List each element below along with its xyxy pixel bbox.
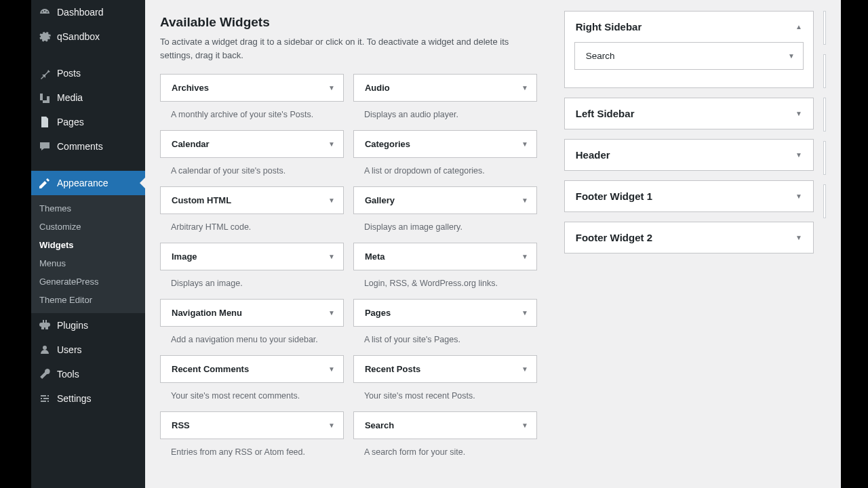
sidebar-item-label: Dashboard bbox=[57, 7, 104, 18]
sidebar-item-users[interactable]: Users bbox=[31, 338, 145, 362]
submenu-widgets[interactable]: Widgets bbox=[31, 236, 145, 254]
available-widget-box[interactable]: Custom HTML▼ bbox=[160, 186, 344, 214]
widget-area-peek[interactable] bbox=[823, 11, 826, 45]
widget-area-title: Left Sidebar bbox=[576, 108, 635, 119]
chevron-down-icon[interactable]: ▼ bbox=[788, 52, 795, 60]
widget-area: Footer Widget 2▼ bbox=[564, 222, 814, 253]
sidebar-item-media[interactable]: Media bbox=[31, 85, 145, 110]
chevron-down-icon[interactable]: ▼ bbox=[521, 84, 528, 92]
chevron-down-icon[interactable]: ▼ bbox=[328, 140, 335, 148]
chevron-down-icon[interactable]: ▼ bbox=[328, 422, 335, 429]
available-widget-desc: Displays an image gallery. bbox=[353, 214, 537, 243]
chevron-down-icon[interactable]: ▼ bbox=[521, 309, 528, 317]
chevron-down-icon[interactable]: ▼ bbox=[521, 140, 528, 148]
available-widgets-heading: Available Widgets bbox=[160, 15, 537, 30]
widget-area-peek[interactable] bbox=[823, 98, 826, 131]
available-widget-desc: Arbitrary HTML code. bbox=[160, 214, 344, 243]
widget-area: Footer Widget 1▼ bbox=[564, 180, 814, 212]
sidebar-item-comments[interactable]: Comments bbox=[31, 134, 145, 159]
sidebar-item-label: qSandbox bbox=[57, 31, 100, 42]
app-frame: Dashboard qSandbox Posts Media Pag bbox=[31, 0, 841, 488]
appearance-icon bbox=[38, 176, 52, 190]
available-widget-box[interactable]: Audio▼ bbox=[353, 74, 537, 102]
sidebar-item-settings[interactable]: Settings bbox=[31, 386, 145, 411]
available-widget-title: Meta bbox=[365, 251, 385, 262]
widget-area-peek[interactable] bbox=[823, 54, 826, 88]
available-widget-box[interactable]: Recent Comments▼ bbox=[160, 355, 344, 383]
gear-icon bbox=[38, 30, 52, 43]
available-widget-title: Image bbox=[172, 251, 197, 262]
available-widget-box[interactable]: Pages▼ bbox=[353, 299, 537, 327]
available-widget-title: Categories bbox=[365, 139, 410, 149]
available-widget: Search▼A search form for your site. bbox=[353, 411, 537, 468]
widget-area-peek[interactable] bbox=[823, 184, 826, 218]
chevron-down-icon[interactable]: ▼ bbox=[521, 422, 528, 429]
placed-widget[interactable]: Search▼ bbox=[574, 42, 804, 70]
sidebar-item-qsandbox[interactable]: qSandbox bbox=[31, 24, 145, 49]
sidebar-item-tools[interactable]: Tools bbox=[31, 362, 145, 386]
submenu-theme-editor[interactable]: Theme Editor bbox=[31, 291, 145, 309]
submenu-generatepress[interactable]: GeneratePress bbox=[31, 272, 145, 291]
chevron-down-icon[interactable]: ▼ bbox=[328, 253, 335, 260]
chevron-down-icon[interactable]: ▼ bbox=[328, 197, 335, 204]
available-widget-title: Archives bbox=[172, 83, 209, 93]
widget-area-header[interactable]: Footer Widget 2▼ bbox=[565, 222, 813, 253]
chevron-down-icon[interactable]: ▼ bbox=[328, 365, 335, 373]
available-widget-box[interactable]: Gallery▼ bbox=[353, 186, 537, 214]
chevron-down-icon[interactable]: ▼ bbox=[795, 110, 802, 117]
chevron-down-icon[interactable]: ▼ bbox=[521, 365, 528, 373]
chevron-down-icon[interactable]: ▼ bbox=[795, 234, 802, 241]
widget-area-header[interactable]: Right Sidebar▲ bbox=[565, 12, 813, 42]
available-widget: RSS▼Entries from any RSS or Atom feed. bbox=[160, 411, 344, 468]
chevron-down-icon[interactable]: ▼ bbox=[795, 192, 802, 200]
sidebar-item-plugins[interactable]: Plugins bbox=[31, 313, 145, 338]
available-widget-box[interactable]: Archives▼ bbox=[160, 74, 344, 102]
available-widget-title: Recent Comments bbox=[172, 364, 249, 374]
available-widget-box[interactable]: Search▼ bbox=[353, 411, 537, 439]
sidebar-item-dashboard[interactable]: Dashboard bbox=[31, 0, 145, 24]
letterbox-right bbox=[841, 0, 868, 488]
widget-area-peek[interactable] bbox=[823, 141, 826, 175]
available-widget-box[interactable]: Image▼ bbox=[160, 243, 344, 270]
available-widget-desc: Entries from any RSS or Atom feed. bbox=[160, 439, 344, 468]
available-widget-desc: A list of your site's Pages. bbox=[353, 327, 537, 355]
available-widget-desc: A search form for your site. bbox=[353, 439, 537, 468]
available-widget-desc: Login, RSS, & WordPress.org links. bbox=[353, 270, 537, 299]
chevron-down-icon[interactable]: ▼ bbox=[328, 84, 335, 92]
available-widget-box[interactable]: Meta▼ bbox=[353, 243, 537, 270]
submenu-themes[interactable]: Themes bbox=[31, 199, 145, 218]
sidebar-item-label: Tools bbox=[57, 369, 79, 380]
users-icon bbox=[38, 343, 52, 357]
submenu-customize[interactable]: Customize bbox=[31, 218, 145, 236]
sidebar-item-label: Comments bbox=[57, 141, 103, 152]
available-widget-box[interactable]: Calendar▼ bbox=[160, 130, 344, 158]
available-widget-desc: Displays an image. bbox=[160, 270, 344, 299]
available-widget: Pages▼A list of your site's Pages. bbox=[353, 299, 537, 355]
sidebar-item-pages[interactable]: Pages bbox=[31, 110, 145, 134]
widget-area-header[interactable]: Header▼ bbox=[565, 140, 813, 170]
available-widget-desc: A calendar of your site's posts. bbox=[160, 158, 344, 186]
widget-area-header[interactable]: Left Sidebar▼ bbox=[565, 98, 813, 129]
available-widget-box[interactable]: Categories▼ bbox=[353, 130, 537, 158]
sidebar-item-appearance[interactable]: Appearance bbox=[31, 171, 145, 195]
available-widget-box[interactable]: Navigation Menu▼ bbox=[160, 299, 344, 327]
available-widget: Meta▼Login, RSS, & WordPress.org links. bbox=[353, 243, 537, 299]
available-widget-title: RSS bbox=[172, 420, 190, 430]
available-widgets-column: Available Widgets To activate a widget d… bbox=[160, 0, 537, 488]
available-widget-box[interactable]: Recent Posts▼ bbox=[353, 355, 537, 383]
chevron-down-icon[interactable]: ▼ bbox=[521, 253, 528, 260]
chevron-down-icon[interactable]: ▼ bbox=[521, 197, 528, 204]
available-widget-title: Navigation Menu bbox=[172, 308, 242, 318]
letterbox-left bbox=[0, 0, 31, 488]
widget-area-header[interactable]: Footer Widget 1▼ bbox=[565, 181, 813, 211]
available-widget-box[interactable]: RSS▼ bbox=[160, 411, 344, 439]
tools-icon bbox=[38, 367, 52, 381]
chevron-up-icon[interactable]: ▲ bbox=[795, 23, 802, 30]
widget-areas-column: Right Sidebar▲Search▼Left Sidebar▼Header… bbox=[564, 0, 826, 488]
chevron-down-icon[interactable]: ▼ bbox=[795, 151, 802, 159]
sidebar-item-label: Appearance bbox=[57, 178, 108, 188]
available-widget: Custom HTML▼Arbitrary HTML code. bbox=[160, 186, 344, 243]
submenu-menus[interactable]: Menus bbox=[31, 254, 145, 272]
sidebar-item-posts[interactable]: Posts bbox=[31, 61, 145, 85]
chevron-down-icon[interactable]: ▼ bbox=[328, 309, 335, 317]
